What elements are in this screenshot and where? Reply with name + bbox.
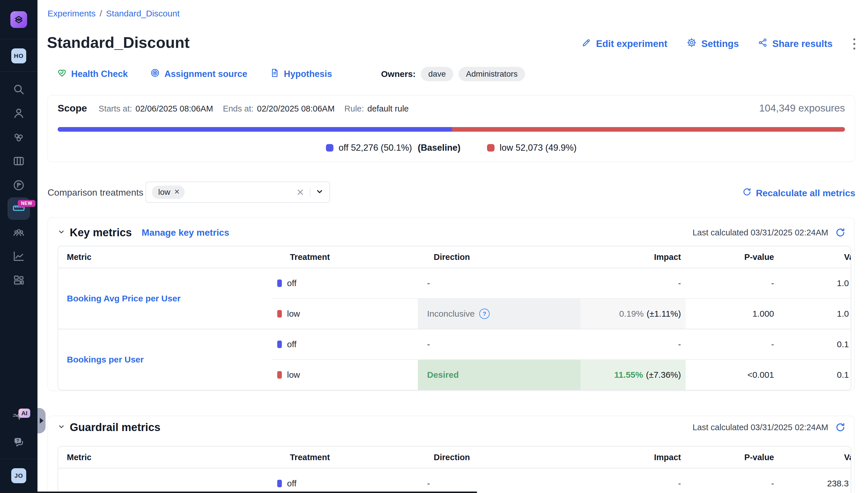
- ends-at-value: 02/20/2025 08:06AM: [257, 104, 335, 113]
- sidebar-item-metrics[interactable]: [0, 250, 38, 264]
- manage-key-metrics-link[interactable]: Manage key metrics: [142, 227, 229, 238]
- treatment-label: off: [287, 339, 297, 349]
- scope-title: Scope: [58, 103, 87, 114]
- pvalue: -: [771, 278, 774, 288]
- off-swatch-icon: [277, 279, 282, 287]
- columns-icon: [13, 155, 25, 169]
- person-icon: [13, 107, 25, 121]
- col-value: Value: [790, 453, 851, 462]
- treatment-label: off: [287, 278, 297, 288]
- rule-label: Rule:: [344, 104, 364, 113]
- sidebar-item-help[interactable]: ?: [0, 436, 38, 450]
- metric-value: 0.1: [837, 339, 849, 349]
- user-avatar: JO: [11, 468, 26, 483]
- chip-remove-icon[interactable]: [174, 188, 180, 197]
- refresh-icon: [742, 187, 751, 199]
- guardrail-last-calculated: Last calculated 03/31/2025 02:24AM: [693, 423, 828, 432]
- direction-value: Desired: [427, 370, 459, 380]
- settings-button[interactable]: Settings: [686, 38, 739, 50]
- hypothesis-link[interactable]: Hypothesis: [270, 68, 332, 80]
- sidebar-item-dynamic-config[interactable]: [0, 179, 38, 193]
- sidebar-item-feature-gates[interactable]: [0, 131, 38, 145]
- impact-value: -: [678, 278, 681, 288]
- question-circle-icon[interactable]: ?: [479, 308, 490, 319]
- owner-pill-administrators[interactable]: Administrators: [459, 67, 525, 81]
- org-switcher[interactable]: HO: [0, 48, 38, 63]
- assignment-source-link[interactable]: Assignment source: [150, 68, 247, 80]
- legend-low-label: low 52,073 (49.9%): [500, 143, 577, 153]
- breadcrumb-experiments-link[interactable]: Experiments: [47, 9, 96, 18]
- sidebar-item-layers[interactable]: [0, 155, 38, 169]
- direction-value: -: [427, 478, 430, 488]
- search-icon: [13, 83, 25, 97]
- more-options-button[interactable]: [853, 38, 855, 49]
- main-content: Experiments / Standard_Discount Standard…: [38, 0, 868, 493]
- sidebar-item-dashboards[interactable]: [0, 274, 38, 287]
- treatment-label: low: [287, 309, 300, 319]
- impact-value: 11.55%: [614, 370, 643, 380]
- key-metrics-last-calculated: Last calculated 03/31/2025 02:24AM: [693, 228, 828, 237]
- metric-cell: Booking Avg Price per User: [58, 268, 272, 329]
- col-metric: Metric: [58, 252, 272, 262]
- metric-link[interactable]: Booking Avg Price per User: [67, 294, 181, 303]
- sidebar-item-audiences[interactable]: [0, 226, 38, 240]
- comparison-treatments-label: Comparison treatments: [47, 187, 144, 198]
- sidebar-expand-handle[interactable]: [38, 408, 45, 433]
- sidebar: HO: [0, 0, 38, 493]
- key-metrics-section: Key metrics Manage key metrics Last calc…: [47, 217, 854, 391]
- metric-rows: off - - - 0.1 low Desired 11.55% (±7.: [272, 329, 851, 390]
- owners-group: Owners: dave Administrators: [381, 67, 525, 81]
- treatment-chip-low[interactable]: low: [152, 186, 185, 199]
- owner-pill-dave[interactable]: dave: [421, 67, 453, 81]
- ai-badge: AI: [18, 409, 30, 418]
- legend-baseline-label: (Baseline): [418, 143, 461, 153]
- collapse-chevron-icon[interactable]: [58, 423, 65, 432]
- impact-value: 0.19%: [619, 309, 644, 319]
- select-chevron-down-icon[interactable]: [316, 188, 324, 197]
- recalculate-label: Recalculate all metrics: [756, 188, 855, 198]
- edit-experiment-button[interactable]: Edit experiment: [581, 38, 668, 50]
- col-impact: Impact: [580, 453, 685, 462]
- breadcrumb-current-link[interactable]: Standard_Discount: [106, 9, 179, 18]
- impact-ci: (±1.11%): [647, 309, 681, 319]
- table-row: off - - - 1.0: [272, 268, 851, 298]
- table-header-row: Metric Treatment Direction Impact P-valu…: [58, 447, 851, 469]
- user-menu[interactable]: JO: [0, 468, 38, 483]
- select-divider: [310, 187, 310, 197]
- pvalue: -: [771, 339, 774, 349]
- direction-value: -: [427, 339, 430, 349]
- comparison-treatments-select[interactable]: low: [146, 181, 330, 203]
- header-actions: Edit experiment Settings Sh: [581, 38, 855, 50]
- share-results-button[interactable]: Share results: [758, 38, 832, 50]
- page-title: Standard_Discount: [47, 34, 190, 51]
- sidebar-item-search[interactable]: [0, 83, 38, 97]
- statsig-logo[interactable]: [0, 11, 38, 28]
- impact-ci: (±7.36%): [646, 370, 681, 380]
- col-treatment: Treatment: [272, 453, 418, 462]
- chevron-right-icon: [40, 418, 43, 424]
- refresh-icon[interactable]: [835, 422, 846, 432]
- recalculate-all-metrics-button[interactable]: Recalculate all metrics: [742, 187, 855, 199]
- legend-item-off: off 52,276 (50.1%) (Baseline): [326, 143, 461, 153]
- bottom-edge-strip: [0, 492, 477, 493]
- direction-value: -: [427, 278, 430, 288]
- collapse-chevron-icon[interactable]: [58, 228, 65, 237]
- health-check-link[interactable]: Health Check: [57, 68, 128, 80]
- metric-rows: off - - - 238.3: [272, 469, 851, 493]
- col-value: Value: [790, 252, 851, 262]
- exposures-count: 104,349 exposures: [759, 102, 845, 114]
- table-header-row: Metric Treatment Direction Impact P-valu…: [58, 246, 851, 268]
- select-clear-icon[interactable]: [296, 188, 304, 196]
- refresh-icon[interactable]: [835, 227, 846, 238]
- hexagons-icon: [13, 131, 25, 145]
- pencil-icon: [581, 38, 591, 50]
- ends-at-label: Ends at:: [223, 104, 253, 113]
- legend-item-low: low 52,073 (49.9%): [487, 143, 577, 153]
- metric-link[interactable]: Bookings per User: [67, 355, 144, 364]
- svg-text:?: ?: [17, 438, 19, 443]
- owners-label: Owners:: [381, 69, 416, 79]
- pvalue: 1.000: [753, 309, 774, 319]
- treatment-chip-label: low: [158, 188, 170, 197]
- impact-value: -: [678, 339, 681, 349]
- sidebar-item-users[interactable]: [0, 107, 38, 121]
